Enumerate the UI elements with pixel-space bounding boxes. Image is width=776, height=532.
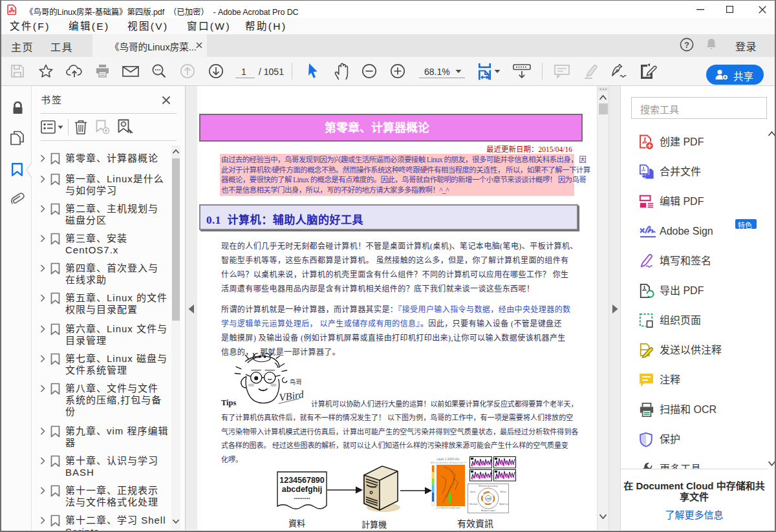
svg-text:PM10 concentration simulation: PM10 concentration simulation over TW (431, 462, 466, 464)
svg-text:Analysis output: Analysis output (481, 509, 495, 512)
svg-text:Meteo: Meteo (501, 491, 506, 493)
svg-text:1234567890: 1234567890 (279, 476, 325, 485)
svg-text:abcdefghij: abcdefghij (282, 485, 323, 494)
svg-text:Inputs: Inputs (470, 491, 476, 493)
svg-text:VBird: VBird (279, 388, 305, 403)
svg-text:GM: GM (486, 497, 491, 500)
svg-text:Model run: Model run (499, 503, 508, 505)
svg-text:.........: ......... (294, 493, 310, 500)
svg-text:CTCI/NCKU model sim.: CTCI/NCKU model sim. (436, 507, 460, 509)
svg-text:?: ? (684, 40, 689, 50)
svg-text:鸟哥: 鸟哥 (290, 378, 303, 385)
svg-text:Layer 1 2000 s0u: Layer 1 2000 s0u (437, 458, 460, 461)
svg-text:Obs data: Obs data (469, 503, 478, 505)
svg-text:Emission processing: Emission processing (479, 485, 497, 487)
